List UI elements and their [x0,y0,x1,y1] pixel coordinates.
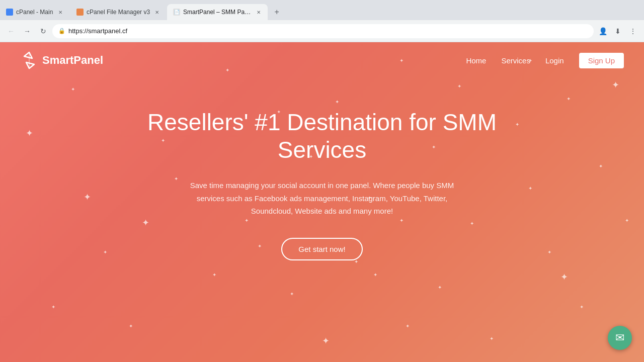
hero-subtitle: Save time managing your social account i… [181,179,463,218]
forward-button[interactable]: → [20,24,34,38]
close-tab-2-icon[interactable]: ✕ [153,8,161,16]
logo[interactable]: SmartPanel [20,51,103,69]
star: ✦ [580,305,584,310]
star: ✦ [51,305,55,310]
star: ✦ [490,336,494,341]
back-button[interactable]: ← [4,24,18,38]
new-tab-button[interactable]: + [270,5,284,19]
close-tab-1-icon[interactable]: ✕ [56,8,64,16]
nav-home[interactable]: Home [466,56,486,65]
address-text: https://smartpanel.cf [68,27,127,35]
chat-icon: ✉ [615,331,624,344]
nav-login[interactable]: Login [545,56,564,65]
svg-marker-0 [24,52,32,58]
nav-services[interactable]: Services [501,56,530,65]
lock-icon: 🔒 [58,28,65,34]
logo-icon [20,51,38,69]
star: ✦ [406,324,410,329]
star: ✦ [560,273,568,282]
svg-marker-1 [26,62,34,68]
tab-bar: cPanel - Main ✕ cPanel File Manager v3 ✕… [0,0,644,20]
tab-cpanel-filemanager[interactable]: cPanel File Manager v3 ✕ [70,4,167,20]
star: ✦ [129,324,133,329]
star: ✦ [354,259,358,264]
address-bar[interactable]: 🔒 https://smartpanel.cf [52,24,594,38]
chat-button[interactable]: ✉ [608,326,632,350]
browser-toolbar: ← → ↻ 🔒 https://smartpanel.cf 👤 ⬇ ⋮ [0,20,644,42]
more-button[interactable]: ⋮ [626,24,640,38]
logo-text: SmartPanel [42,54,103,67]
nav-links: Home Services Login Sign Up [466,53,624,68]
star: ✦ [373,273,377,278]
reload-button[interactable]: ↻ [36,24,50,38]
profile-button[interactable]: 👤 [596,24,610,38]
star: ✦ [290,292,294,297]
page-content: ✦✦✦✦✦✦✦✦✦✦✦✦✦✦✦✦✦✦✦✦✦✦✦✦✦✦✦✦✦✦✦✦✦✦✦✦✦✦✦ … [0,42,644,362]
hero-title: Resellers' #1 Destination for SMM Servic… [146,109,498,164]
navbar: SmartPanel Home Services Login Sign Up [0,42,644,78]
star: ✦ [438,285,442,290]
tab-smartpanel[interactable]: 📄 SmartPanel – SMM Panel Reselle... ✕ [167,4,268,20]
star: ✦ [212,273,216,278]
tab-cpanel-main[interactable]: cPanel - Main ✕ [0,4,70,20]
download-button[interactable]: ⬇ [611,24,625,38]
hero-section: Resellers' #1 Destination for SMM Servic… [0,78,644,260]
browser-window: cPanel - Main ✕ cPanel File Manager v3 ✕… [0,0,644,362]
close-tab-3-icon[interactable]: ✕ [256,8,262,16]
signup-button[interactable]: Sign Up [579,53,624,68]
toolbar-icons: 👤 ⬇ ⋮ [596,24,640,38]
get-started-button[interactable]: Get start now! [281,238,362,260]
star: ✦ [322,336,330,345]
